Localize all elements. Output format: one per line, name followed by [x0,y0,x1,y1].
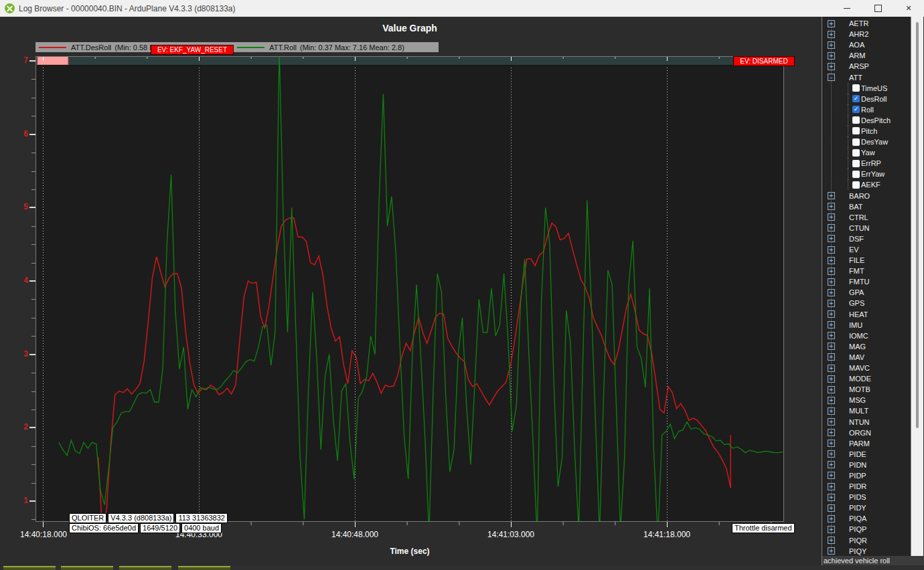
unchecked-checkbox[interactable] [852,116,860,124]
sidebar-item-fmtu[interactable]: +FMTU [822,276,911,287]
expand-icon[interactable]: + [828,494,835,501]
expand-icon[interactable]: + [828,20,835,27]
minimize-button[interactable] [832,0,862,17]
expand-icon[interactable]: + [828,213,835,221]
sidebar-item-msg[interactable]: +MSG [822,395,911,405]
bottom-toolbar-button[interactable] [178,566,230,570]
maximize-button[interactable] [862,0,893,17]
expand-icon[interactable]: + [828,203,835,210]
collapse-icon[interactable]: - [828,74,835,81]
sidebar-item-gps[interactable]: +GPS [822,298,911,308]
unchecked-checkbox[interactable] [852,149,860,157]
checked-checkbox[interactable]: ✓ [852,95,860,102]
tree-field-desroll[interactable]: ✓DesRoll [822,94,911,104]
sidebar-item-orgn[interactable]: +ORGN [822,428,911,438]
expand-icon[interactable]: + [828,268,835,275]
expand-icon[interactable]: + [828,310,835,318]
expand-icon[interactable]: + [828,52,835,60]
unchecked-checkbox[interactable] [852,181,860,189]
sidebar-item-imu[interactable]: +IMU [822,320,911,330]
tree-field-roll[interactable]: ✓Roll [822,104,911,115]
sidebar-item-pidr[interactable]: +PIDR [822,481,911,492]
sidebar-item-ctun[interactable]: +CTUN [822,223,911,233]
expand-icon[interactable]: + [828,547,835,555]
expand-icon[interactable]: + [828,526,835,533]
bottom-toolbar-button[interactable] [119,566,171,570]
sidebar-item-aoa[interactable]: +AOA [822,39,911,50]
tree-field-timeus[interactable]: TimeUS [822,83,911,94]
expand-icon[interactable]: + [828,321,835,328]
sidebar-item-parm[interactable]: +PARM [822,438,911,449]
expand-icon[interactable]: + [828,31,835,38]
expand-icon[interactable]: + [828,375,835,383]
tree-field-despitch[interactable]: DesPitch [822,115,911,126]
sidebar-item-mag[interactable]: +MAG [822,341,911,352]
expand-icon[interactable]: + [828,537,835,544]
tree-field-pitch[interactable]: Pitch [822,126,911,136]
tree-field-yaw[interactable]: Yaw [822,147,911,158]
expand-icon[interactable]: + [828,63,835,70]
expand-icon[interactable]: + [828,450,835,458]
sidebar-item-mavc[interactable]: +MAVC [822,363,911,373]
expand-icon[interactable]: + [828,440,835,447]
sidebar-item-ntun[interactable]: +NTUN [822,416,911,427]
sidebar-item-ctrl[interactable]: +CTRL [822,212,911,223]
unchecked-checkbox[interactable] [852,84,860,92]
expand-icon[interactable]: + [828,418,835,425]
expand-icon[interactable]: + [828,257,835,264]
plot-area[interactable] [35,56,784,533]
expand-icon[interactable]: + [828,386,835,393]
expand-icon[interactable]: + [828,397,835,404]
unchecked-checkbox[interactable] [852,138,860,146]
close-button[interactable]: ✕ [893,0,924,17]
sidebar-item-baro[interactable]: +BARO [822,191,911,201]
sidebar-item-ahr2[interactable]: +AHR2 [822,29,911,39]
sidebar-item-piqa[interactable]: +PIQA [822,513,911,524]
sidebar-item-mode[interactable]: +MODE [822,373,911,384]
unchecked-checkbox[interactable] [852,127,860,134]
expand-icon[interactable]: + [828,483,835,490]
expand-icon[interactable]: + [828,429,835,436]
sidebar-item-aetr[interactable]: +AETR [822,18,911,29]
sidebar-item-gpa[interactable]: +GPA [822,287,911,298]
sidebar-item-pidy[interactable]: +PIDY [822,502,911,513]
sidebar-item-arsp[interactable]: +ARSP [822,61,911,72]
expand-icon[interactable]: + [828,472,835,479]
expand-icon[interactable]: + [828,353,835,361]
sidebar-item-arm[interactable]: +ARM [822,50,911,61]
expand-icon[interactable]: + [828,343,835,350]
tree-field-aekf[interactable]: AEKF [822,179,911,190]
sidebar-item-bat[interactable]: +BAT [822,201,911,212]
tree-scrollbar[interactable] [911,17,923,556]
expand-icon[interactable]: + [828,407,835,415]
sidebar-item-heat[interactable]: +HEAT [822,309,911,320]
sidebar-item-att[interactable]: -ATT [822,72,911,82]
expand-icon[interactable]: + [828,192,835,199]
expand-icon[interactable]: + [828,332,835,339]
expand-icon[interactable]: + [828,224,835,231]
sidebar-item-mult[interactable]: +MULT [822,405,911,416]
sidebar-item-pide[interactable]: +PIDE [822,449,911,460]
sidebar-item-fmt[interactable]: +FMT [822,266,911,276]
sidebar-item-dsf[interactable]: +DSF [822,233,911,244]
tree-field-errrp[interactable]: ErrRP [822,158,911,169]
sidebar-item-piqp[interactable]: +PIQP [822,524,911,535]
sidebar-item-ev[interactable]: +EV [822,244,911,255]
sidebar-item-pidp[interactable]: +PIDP [822,470,911,481]
sidebar-item-file[interactable]: +FILE [822,255,911,266]
expand-icon[interactable]: + [828,235,835,242]
expand-icon[interactable]: + [828,365,835,372]
bottom-toolbar-button[interactable] [61,566,113,570]
unchecked-checkbox[interactable] [852,171,860,178]
expand-icon[interactable]: + [828,515,835,522]
expand-icon[interactable]: + [828,278,835,286]
sidebar-item-motb[interactable]: +MOTB [822,384,911,395]
sidebar-item-pidn[interactable]: +PIDN [822,460,911,470]
checked-checkbox[interactable]: ✓ [852,106,860,113]
bottom-toolbar-button[interactable] [3,566,56,570]
expand-icon[interactable]: + [828,289,835,296]
tree-field-erryaw[interactable]: ErrYaw [822,169,911,179]
expand-icon[interactable]: + [828,300,835,307]
expand-icon[interactable]: + [828,41,835,49]
tree-scrollbar-thumb[interactable] [916,22,919,428]
